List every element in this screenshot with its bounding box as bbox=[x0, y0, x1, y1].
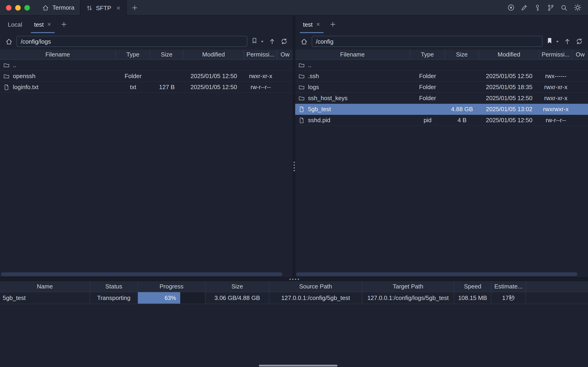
edit-icon[interactable] bbox=[520, 3, 528, 12]
column-header-filler bbox=[526, 281, 588, 292]
file-row-logs[interactable]: logs Folder 2025/01/05 18:35 rwxr-xr-x bbox=[295, 82, 588, 93]
transfer-icon bbox=[86, 4, 93, 11]
folder-icon bbox=[3, 62, 10, 68]
close-icon[interactable] bbox=[47, 22, 51, 27]
tab-sftp[interactable]: SFTP bbox=[80, 0, 127, 16]
folder-icon bbox=[3, 73, 10, 79]
column-header-filename[interactable]: Filename bbox=[0, 50, 116, 59]
tab-termora[interactable]: Termora bbox=[36, 0, 80, 15]
file-icon bbox=[298, 117, 305, 123]
key-icon[interactable] bbox=[533, 3, 542, 12]
column-header-source-path: Source Path bbox=[269, 281, 362, 292]
column-header-type[interactable]: Type bbox=[116, 50, 150, 59]
transfer-splitter[interactable] bbox=[0, 277, 588, 281]
zoom-window-button[interactable] bbox=[24, 5, 30, 10]
progress-bar-fill: 63% bbox=[138, 292, 180, 304]
record-icon[interactable] bbox=[507, 3, 515, 12]
splitter-handle-icon bbox=[289, 279, 299, 280]
file-icon bbox=[3, 84, 10, 90]
right-table-header: Filename Type Size Modified Permissi... … bbox=[295, 50, 588, 60]
left-table-header: Filename Type Size Modified Permissi... … bbox=[0, 50, 293, 60]
column-header-size[interactable]: Size bbox=[150, 50, 183, 59]
left-bookmark-control[interactable] bbox=[251, 37, 264, 45]
scrollbar-thumb[interactable] bbox=[296, 272, 577, 276]
git-branch-icon[interactable] bbox=[547, 3, 555, 12]
folder-icon bbox=[298, 84, 305, 90]
column-header-status: Status bbox=[90, 281, 138, 292]
column-header-type[interactable]: Type bbox=[410, 50, 445, 59]
tab-test-right[interactable]: test bbox=[297, 16, 326, 33]
new-tab-button[interactable] bbox=[129, 0, 141, 15]
folder-icon bbox=[298, 73, 305, 79]
file-row-loginfo[interactable]: loginfo.txt txt 127 B 2025/01/05 12:50 r… bbox=[0, 82, 293, 93]
home-icon[interactable] bbox=[300, 37, 308, 45]
bookmark-icon bbox=[251, 37, 259, 45]
column-header-size: Size bbox=[205, 281, 269, 292]
settings-icon[interactable] bbox=[573, 3, 581, 12]
tab-test-left-label: test bbox=[34, 21, 44, 28]
transfer-row-5gb-test[interactable]: 5gb_test Transporting 63% 3.06 GB/4.88 G… bbox=[0, 292, 588, 304]
left-path-bar bbox=[0, 33, 293, 50]
file-row-parent-dir[interactable]: .. bbox=[0, 60, 293, 71]
left-pane-tabs: Local test bbox=[0, 16, 293, 33]
add-tab-button[interactable] bbox=[326, 16, 339, 33]
column-header-owner[interactable]: Ow bbox=[572, 50, 588, 59]
transfer-table-header: Name Status Progress Size Source Path Ta… bbox=[0, 281, 588, 292]
add-tab-button[interactable] bbox=[58, 16, 70, 33]
scrollbar-thumb[interactable] bbox=[1, 272, 282, 276]
right-bookmark-control[interactable] bbox=[546, 37, 560, 45]
bottom-horizontal-scrollbar[interactable] bbox=[259, 365, 337, 367]
tab-sftp-label: SFTP bbox=[96, 4, 111, 11]
column-header-modified[interactable]: Modified bbox=[183, 50, 244, 59]
termora-window: Termora SFTP bbox=[0, 0, 588, 367]
close-icon[interactable] bbox=[116, 5, 121, 10]
file-row-5gb-test-selected[interactable]: 5gb_test 4.88 GB 2025/01/05 13:02 rwxrwx… bbox=[295, 104, 588, 115]
refresh-icon[interactable] bbox=[575, 37, 583, 45]
column-header-estimate: Estimate... bbox=[491, 281, 526, 292]
column-header-speed: Speed bbox=[454, 281, 491, 292]
column-header-permissions[interactable]: Permissi... bbox=[244, 50, 277, 59]
column-header-target-path: Target Path bbox=[362, 281, 454, 292]
tab-local[interactable]: Local bbox=[2, 16, 28, 33]
column-header-owner[interactable]: Ow bbox=[277, 50, 293, 59]
minimize-window-button[interactable] bbox=[15, 5, 21, 10]
bookmark-filled-icon bbox=[546, 37, 554, 45]
home-icon[interactable] bbox=[5, 37, 13, 45]
right-horizontal-scrollbar[interactable] bbox=[296, 272, 586, 276]
tab-test-left[interactable]: test bbox=[28, 16, 58, 33]
titlebar-actions bbox=[507, 0, 588, 15]
go-up-icon[interactable] bbox=[268, 37, 276, 45]
left-path-input[interactable] bbox=[17, 36, 247, 47]
column-header-size[interactable]: Size bbox=[445, 50, 479, 59]
column-header-name: Name bbox=[0, 281, 90, 292]
folder-icon bbox=[298, 95, 305, 101]
home-icon bbox=[42, 4, 49, 11]
pane-splitter[interactable] bbox=[293, 16, 295, 277]
right-path-input[interactable] bbox=[312, 36, 543, 47]
search-icon[interactable] bbox=[560, 3, 568, 12]
titlebar: Termora SFTP bbox=[0, 0, 588, 16]
column-header-filename[interactable]: Filename bbox=[295, 50, 410, 59]
file-row-sshd-pid[interactable]: sshd.pid pid 4 B 2025/01/05 12:50 rw-r--… bbox=[295, 115, 588, 126]
sftp-split-view: Local test bbox=[0, 16, 588, 277]
progress-label: 63% bbox=[165, 295, 176, 301]
close-icon[interactable] bbox=[316, 22, 320, 27]
folder-icon bbox=[298, 62, 305, 68]
tab-termora-label: Termora bbox=[52, 4, 74, 11]
local-pane: Local test bbox=[0, 16, 293, 277]
go-up-icon[interactable] bbox=[563, 37, 571, 45]
splitter-handle-icon bbox=[293, 162, 295, 171]
file-row-ssh[interactable]: .ssh Folder 2025/01/05 12:50 rwx------ bbox=[295, 71, 588, 82]
refresh-icon[interactable] bbox=[280, 37, 288, 45]
file-row-parent-dir[interactable]: .. bbox=[295, 60, 588, 71]
close-window-button[interactable] bbox=[6, 5, 11, 10]
tab-test-right-label: test bbox=[303, 21, 313, 28]
status-badge: Transporting bbox=[90, 292, 138, 304]
file-row-openssh[interactable]: openssh Folder 2025/01/05 12:50 rwxr-xr-… bbox=[0, 71, 293, 82]
right-path-bar bbox=[295, 33, 588, 50]
left-horizontal-scrollbar[interactable] bbox=[1, 272, 291, 276]
column-header-modified[interactable]: Modified bbox=[479, 50, 539, 59]
file-row-ssh-host-keys[interactable]: ssh_host_keys Folder 2025/01/05 12:50 rw… bbox=[295, 93, 588, 104]
column-header-permissions[interactable]: Permissi... bbox=[539, 50, 572, 59]
tab-local-label: Local bbox=[8, 21, 22, 28]
